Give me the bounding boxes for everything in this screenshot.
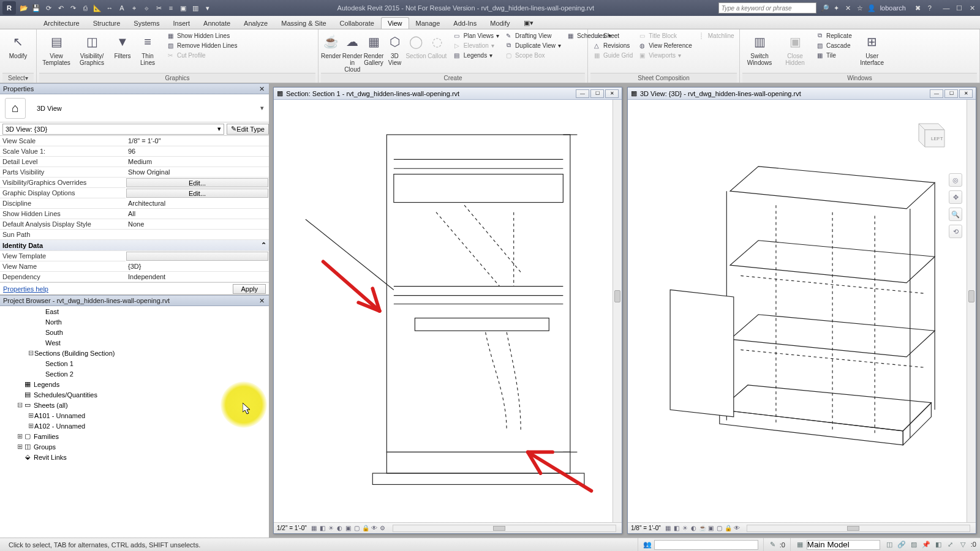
prop-edit-button[interactable]: Edit... [126, 178, 268, 187]
app-menu-button[interactable]: R [2, 1, 16, 15]
tree-expander-icon[interactable]: ⊟ [27, 349, 34, 357]
crop-region-icon[interactable]: ▢ [353, 524, 361, 533]
view-templates-button[interactable]: ▤View Templates [39, 31, 74, 66]
visual-style-icon[interactable]: ◧ [673, 524, 681, 533]
help-icon[interactable]: ? [925, 3, 935, 13]
measure-icon[interactable]: 📐 [92, 2, 103, 13]
doc-close-button[interactable]: ✕ [959, 89, 973, 98]
lock-icon[interactable]: 🔒 [361, 524, 370, 533]
doc-max-button[interactable]: ☐ [944, 89, 958, 98]
thin-lines-qat-icon[interactable]: ≡ [165, 2, 176, 13]
section-canvas[interactable] [274, 100, 612, 522]
tree-node[interactable]: North [0, 317, 269, 327]
tab-analyze[interactable]: Analyze [237, 17, 274, 29]
tree-node[interactable]: ⊞◫Groups [0, 441, 269, 452]
select-pinned-icon[interactable]: 📌 [922, 541, 930, 549]
tree-expander-icon[interactable]: ⊞ [16, 443, 23, 451]
select-face-icon[interactable]: ◧ [934, 541, 943, 549]
section-icon[interactable]: ✂ [153, 2, 164, 13]
tree-node[interactable]: ⬙Revit Links [0, 452, 269, 462]
view-scale-label[interactable]: 1/2" = 1'-0" [277, 525, 307, 531]
detail-level-icon[interactable]: ▦ [664, 524, 673, 533]
help-search-input[interactable] [718, 2, 816, 13]
visual-style-icon[interactable]: ◧ [318, 524, 327, 533]
subscription-icon[interactable]: ✦ [832, 3, 842, 13]
tab-addins[interactable]: Add-Ins [447, 17, 483, 29]
prop-value[interactable]: {3D} [126, 261, 269, 272]
tab-collaborate[interactable]: Collaborate [333, 17, 381, 29]
render-button[interactable]: ☕Render [321, 31, 341, 59]
crop-region-icon[interactable]: ▢ [715, 524, 724, 533]
prop-value[interactable]: Show Original [126, 167, 269, 178]
horizontal-scrollbar[interactable] [747, 525, 970, 532]
minimize-button[interactable]: — [941, 3, 952, 13]
tree-node[interactable]: Section 1 [0, 358, 269, 369]
prop-value[interactable] [126, 230, 269, 240]
tree-node[interactable]: South [0, 327, 269, 337]
workset-combo[interactable] [807, 540, 880, 550]
render-gallery-button[interactable]: ▦Render Gallery [364, 31, 384, 66]
legends-button[interactable]: ▤Legends ▾ [451, 50, 501, 60]
temp-hide-icon[interactable]: 👁 [370, 524, 379, 533]
view-reference-button[interactable]: ◍View Reference [636, 40, 693, 50]
design-options-icon[interactable]: ◫ [885, 541, 894, 549]
options-icon[interactable]: ✖ [913, 3, 923, 13]
tile-button[interactable]: ▦Tile [813, 50, 854, 60]
vertical-scrollbar[interactable] [612, 100, 622, 522]
close-icon[interactable]: ✕ [257, 297, 266, 305]
project-browser-tree[interactable]: EastNorthSouthWest⊟Sections (Building Se… [0, 306, 269, 538]
tab-structure[interactable]: Structure [86, 17, 127, 29]
tab-architecture[interactable]: Architecture [37, 17, 86, 29]
instance-combo[interactable]: 3D View: {3D}▾ [2, 124, 224, 135]
signin-icon[interactable]: 👤 [867, 3, 876, 13]
close-hidden-qat-icon[interactable]: ▣ [178, 2, 189, 13]
tab-modify[interactable]: Modify [483, 17, 516, 29]
close-button[interactable]: ✕ [967, 3, 978, 13]
render-in-cloud-button[interactable]: ☁Render in Cloud [342, 31, 363, 73]
steering-wheel-icon[interactable]: ◎ [949, 173, 962, 187]
tree-node[interactable]: East [0, 306, 269, 317]
tab-view[interactable]: View [381, 17, 409, 29]
tree-node[interactable]: West [0, 337, 269, 348]
user-name[interactable]: loboarch [880, 4, 906, 12]
tab-massing-site[interactable]: Massing & Site [274, 17, 333, 29]
prop-group[interactable]: Identity Data⌃ [0, 240, 269, 251]
shadows-icon[interactable]: ◐ [336, 524, 344, 533]
open-icon[interactable]: 📂 [18, 2, 29, 13]
vertical-scrollbar[interactable] [967, 100, 976, 522]
workset-icon[interactable]: ▦ [796, 541, 804, 549]
plan-views-button[interactable]: ▭Plan Views ▾ [451, 31, 501, 40]
select-underlay-icon[interactable]: ▨ [910, 541, 918, 549]
tag-icon[interactable]: ⌖ [129, 2, 140, 13]
edit-type-button[interactable]: ✎ Edit Type [227, 124, 269, 135]
orbit-icon[interactable]: ⟲ [949, 225, 962, 238]
type-selector[interactable]: ⌂ 3D View ▾ [0, 94, 269, 122]
switch-windows-button[interactable]: ▥Switch Windows [742, 31, 777, 66]
revisions-button[interactable]: △Revisions [590, 40, 635, 50]
editable-icon[interactable]: ✎ [769, 541, 777, 549]
modify-button[interactable]: ↖Modify [2, 31, 34, 59]
properties-header[interactable]: Properties✕ [0, 83, 269, 94]
view-scale-label[interactable]: 1/8" = 1'-0" [631, 525, 661, 531]
dropdown-icon[interactable]: ▾ [260, 104, 264, 112]
redo-icon[interactable]: ↷ [67, 2, 78, 13]
lock-icon[interactable]: 🔒 [724, 524, 733, 533]
crop-icon[interactable]: ▣ [344, 524, 353, 533]
tree-expander-icon[interactable]: ⊞ [27, 422, 34, 430]
prop-value[interactable]: Architectural [126, 198, 269, 209]
remove-hidden-lines-button[interactable]: ▧Remove Hidden Lines [164, 40, 239, 50]
worksharing-icon[interactable]: 👥 [643, 541, 652, 549]
tree-node[interactable]: Section 2 [0, 369, 269, 379]
sun-path-icon[interactable]: ☀ [327, 524, 336, 533]
sheet-button[interactable]: ▭Sheet [590, 31, 635, 40]
prop-value[interactable]: Independent [126, 272, 269, 282]
tree-node[interactable]: ⊟▭Sheets (all) [0, 400, 269, 410]
default3d-icon[interactable]: ⟐ [141, 2, 152, 13]
pan-icon[interactable]: ✥ [949, 190, 962, 204]
doc-max-button[interactable]: ☐ [590, 89, 604, 98]
prop-value[interactable]: All [126, 209, 269, 219]
select-links-icon[interactable]: 🔗 [897, 541, 906, 549]
prop-value[interactable]: 1/8" = 1'-0" [126, 136, 269, 146]
tab-systems[interactable]: Systems [127, 17, 166, 29]
worksharing-combo[interactable] [654, 540, 758, 550]
